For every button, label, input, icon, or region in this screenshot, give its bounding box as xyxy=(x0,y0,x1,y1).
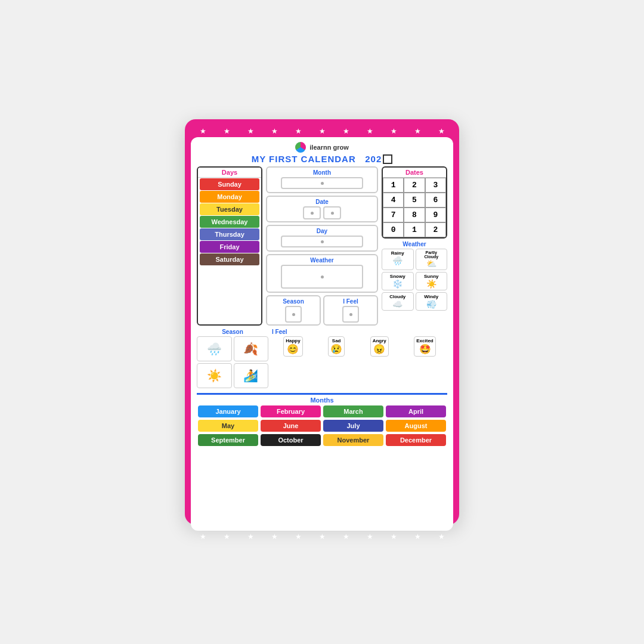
weather-cloudy[interactable]: Cloudy ☁️ xyxy=(382,292,414,311)
ifeel-section: I Feel Happy 😊 Sad 😢 Angry 😠 xyxy=(272,329,447,357)
month-section: Month xyxy=(266,166,378,193)
day-thursday[interactable]: Thursday xyxy=(200,228,259,240)
season-images: 🌧️ 🍂 ☀️ 🏄 xyxy=(197,336,268,388)
weather-section: Weather xyxy=(266,254,378,293)
date-ones-input[interactable] xyxy=(323,206,341,219)
month-january[interactable]: January xyxy=(198,405,258,417)
date-8[interactable]: 8 xyxy=(404,208,425,222)
season-label: Season xyxy=(283,298,304,305)
outer-frame: ★★★★★★★★★★★ ilearnn grow MY FIRST CALEND… xyxy=(185,119,459,525)
date-label: Date xyxy=(271,199,373,205)
day-sunday[interactable]: Sunday xyxy=(200,178,259,190)
ifeel-happy[interactable]: Happy 😊 xyxy=(283,336,302,357)
weather-icons-grid: Rainy 🌧️ PartlyCloudy ⛅ Snowy ❄️ Sunn xyxy=(382,249,447,311)
year-box: 202 xyxy=(365,154,392,164)
dates-header: Dates xyxy=(383,168,446,178)
day-input[interactable] xyxy=(281,236,363,247)
month-input[interactable] xyxy=(281,177,363,189)
ifeel-box-mid: I Feel xyxy=(323,295,378,326)
ifeel-section-label: I Feel xyxy=(272,329,447,335)
day-label: Day xyxy=(271,228,373,234)
month-may[interactable]: May xyxy=(198,420,258,432)
season-feel-row: Season I Feel xyxy=(266,295,378,326)
day-friday[interactable]: Friday xyxy=(200,241,259,253)
month-label: Month xyxy=(271,169,373,176)
date-6[interactable]: 6 xyxy=(425,193,446,208)
month-july[interactable]: July xyxy=(323,420,383,432)
date-2[interactable]: 2 xyxy=(404,178,425,193)
month-november[interactable]: November xyxy=(323,434,383,446)
page-title: MY FIRST CALENDAR 202 xyxy=(197,154,447,164)
middle-column: Month Date Day Weat xyxy=(266,166,378,326)
month-august[interactable]: August xyxy=(386,420,446,432)
month-june[interactable]: June xyxy=(261,420,321,432)
day-wednesday[interactable]: Wednesday xyxy=(200,216,259,228)
logo-text: ilearnn grow xyxy=(309,144,348,151)
season-box: Season xyxy=(266,295,321,326)
season-spring[interactable]: 🏄 xyxy=(234,363,269,388)
bottom-row: Season 🌧️ 🍂 ☀️ 🏄 I Feel Happy 😊 xyxy=(197,329,447,388)
season-rain[interactable]: 🌧️ xyxy=(197,336,232,361)
date-5[interactable]: 5 xyxy=(404,193,425,208)
date-inputs xyxy=(271,206,373,219)
day-tuesday[interactable]: Tuesday xyxy=(200,203,259,215)
ifeel-icons: Happy 😊 Sad 😢 Angry 😠 Excited 🤩 xyxy=(272,336,447,357)
ifeel-sad[interactable]: Sad 😢 xyxy=(328,336,345,357)
season-section: Season 🌧️ 🍂 ☀️ 🏄 xyxy=(197,329,268,388)
date-section: Date xyxy=(266,196,378,222)
month-february[interactable]: February xyxy=(261,405,321,417)
date-3[interactable]: 3 xyxy=(425,178,446,193)
weather-input[interactable] xyxy=(281,265,363,289)
date-0[interactable]: 0 xyxy=(383,222,404,237)
date-1[interactable]: 1 xyxy=(383,178,404,193)
month-april[interactable]: April xyxy=(386,405,446,417)
ifeel-angry[interactable]: Angry 😠 xyxy=(370,336,389,357)
dates-grid: 1 2 3 4 5 6 7 8 9 0 1 2 xyxy=(383,178,446,237)
season-summer[interactable]: ☀️ xyxy=(197,363,232,388)
ifeel-input[interactable] xyxy=(342,306,359,323)
weather-rainy[interactable]: Rainy 🌧️ xyxy=(382,249,414,270)
main-grid: Days Sunday Monday Tuesday Wednesday Thu… xyxy=(197,166,447,326)
days-header: Days xyxy=(198,168,261,178)
date-10[interactable]: 1 xyxy=(404,222,425,237)
month-december[interactable]: December xyxy=(386,434,446,446)
months-grid: January February March April May June Ju… xyxy=(197,405,447,446)
day-saturday[interactable]: Saturday xyxy=(200,253,259,265)
season-input[interactable] xyxy=(285,306,302,323)
date-4[interactable]: 4 xyxy=(383,193,404,208)
weather-sunny[interactable]: Sunny ☀️ xyxy=(416,272,448,290)
inner-card: ilearnn grow MY FIRST CALENDAR 202 Days … xyxy=(191,137,453,531)
month-march[interactable]: March xyxy=(323,405,383,417)
season-autumn[interactable]: 🍂 xyxy=(234,336,269,361)
date-11[interactable]: 2 xyxy=(425,222,446,237)
weather-windy[interactable]: Windy 💨 xyxy=(416,292,448,311)
date-9[interactable]: 9 xyxy=(425,208,446,222)
ifeel-label-mid: I Feel xyxy=(343,298,358,305)
star-row-top: ★★★★★★★★★★★ xyxy=(191,125,453,137)
right-column: Dates 1 2 3 4 5 6 7 8 9 0 1 2 xyxy=(382,166,447,326)
date-7[interactable]: 7 xyxy=(383,208,404,222)
weather-partly-cloudy[interactable]: PartlyCloudy ⛅ xyxy=(416,249,448,270)
month-september[interactable]: September xyxy=(198,434,258,446)
logo-icon xyxy=(295,142,306,153)
month-october[interactable]: October xyxy=(261,434,321,446)
days-section: Days Sunday Monday Tuesday Wednesday Thu… xyxy=(197,166,262,326)
months-header: Months xyxy=(197,395,447,405)
day-section: Day xyxy=(266,225,378,252)
months-section: Months January February March April May … xyxy=(197,393,447,446)
dates-section: Dates 1 2 3 4 5 6 7 8 9 0 1 2 xyxy=(382,166,447,239)
weather-right-header: Weather xyxy=(382,241,447,247)
year-input-box[interactable] xyxy=(383,154,392,164)
logo-row: ilearnn grow xyxy=(197,142,447,153)
weather-snowy[interactable]: Snowy ❄️ xyxy=(382,272,414,290)
star-row-bottom: ★★★★★★★★★★★ xyxy=(191,531,453,543)
weather-right: Weather Rainy 🌧️ PartlyCloudy ⛅ Snowy ❄ xyxy=(382,241,447,311)
date-tens-input[interactable] xyxy=(303,206,321,219)
ifeel-excited[interactable]: Excited 🤩 xyxy=(414,336,435,357)
weather-label: Weather xyxy=(271,257,373,264)
season-section-label: Season xyxy=(197,329,268,335)
day-monday[interactable]: Monday xyxy=(200,191,259,203)
